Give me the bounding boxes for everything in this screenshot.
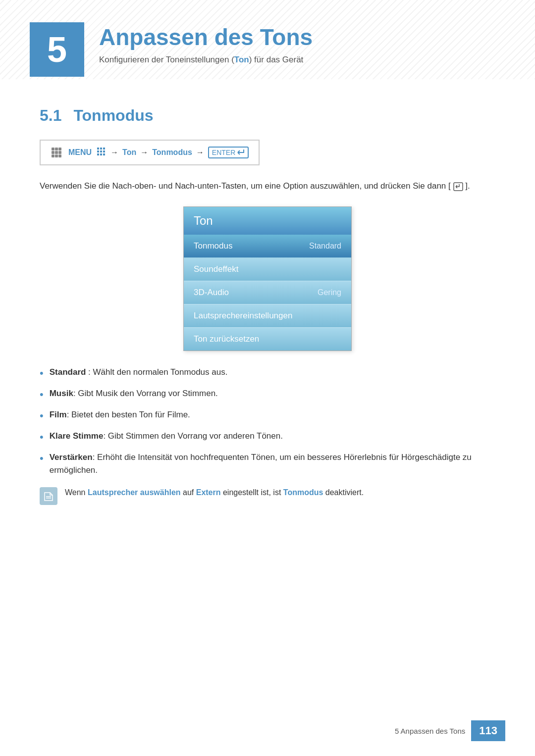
menu-panel-header: Ton: [184, 207, 351, 235]
path-ton: Ton: [122, 148, 136, 157]
svg-rect-2: [58, 148, 61, 151]
svg-rect-15: [97, 153, 99, 155]
menu-item-2: 3D-AudioGering: [184, 281, 351, 304]
svg-rect-17: [103, 153, 105, 155]
section-title: 5.1 Tonmodus: [40, 106, 495, 125]
menu-item-1: Soundeffekt: [184, 258, 351, 281]
svg-rect-5: [58, 151, 61, 154]
svg-rect-16: [100, 153, 102, 155]
svg-rect-14: [103, 151, 105, 152]
note-box: Wenn Lautsprecher auswählen auf Extern e…: [40, 486, 495, 505]
enter-bracket-icon: [451, 181, 465, 191]
path-tonmodus: Tonmodus: [152, 148, 192, 157]
menu-item-0: TonmodusStandard: [184, 235, 351, 258]
bullet-dot: •: [40, 429, 44, 445]
menu-path: MENU → Ton → Tonmodus → ENTER: [40, 140, 260, 165]
bullet-dot: •: [40, 450, 44, 466]
chapter-header: 5 Anpassen des Tons Konfigurieren der To…: [0, 0, 535, 87]
svg-rect-1: [55, 148, 58, 151]
bullet-item-0: •Standard : Wählt den normalen Tonmodus …: [40, 366, 495, 381]
section-5-1: 5.1 Tonmodus MENU: [0, 87, 535, 530]
svg-rect-11: [103, 148, 105, 150]
svg-rect-7: [55, 154, 58, 157]
menu-item-3: Lautsprechereinstellungen: [184, 304, 351, 328]
grid-icon: [97, 147, 106, 158]
chapter-subtitle: Konfigurieren der Toneinstellungen (Ton)…: [99, 55, 313, 65]
chapter-number: 5: [30, 22, 84, 77]
description: Verwenden Sie die Nach-oben- und Nach-un…: [40, 179, 495, 193]
svg-rect-0: [52, 148, 54, 151]
svg-rect-10: [100, 148, 102, 150]
menu-panel: Ton TonmodusStandardSoundeffekt3D-AudioG…: [183, 206, 352, 351]
bullet-item-2: •Film: Bietet den besten Ton für Filme.: [40, 408, 495, 424]
enter-icon: ENTER: [208, 147, 249, 158]
note-icon: [40, 487, 57, 505]
note-text: Wenn Lautsprecher auswählen auf Extern e…: [65, 486, 364, 499]
bullet-list: •Standard : Wählt den normalen Tonmodus …: [40, 366, 495, 476]
svg-rect-4: [55, 151, 58, 154]
bullet-dot: •: [40, 407, 44, 424]
svg-rect-3: [52, 151, 54, 154]
menu-item-4: Ton zurücksetzen: [184, 328, 351, 351]
menu-icon: [51, 147, 62, 158]
menu-screenshot: Ton TonmodusStandardSoundeffekt3D-AudioG…: [40, 206, 495, 351]
bullet-item-3: •Klare Stimme: Gibt Stimmen den Vorrang …: [40, 430, 495, 445]
svg-rect-13: [100, 151, 102, 152]
svg-rect-8: [58, 154, 61, 157]
svg-rect-6: [52, 154, 54, 157]
chapter-title-area: Anpassen des Tons Konfigurieren der Tone…: [99, 20, 313, 65]
menu-label: MENU: [68, 148, 92, 157]
chapter-title: Anpassen des Tons: [99, 25, 313, 50]
footer-text: 5 Anpassen des Tons: [395, 727, 465, 735]
svg-rect-12: [97, 151, 99, 152]
bullet-item-4: •Verstärken: Erhöht die Intensität von h…: [40, 451, 495, 476]
page-footer: 5 Anpassen des Tons 113: [395, 720, 505, 741]
bullet-item-1: •Musik: Gibt Musik den Vorrang vor Stimm…: [40, 387, 495, 403]
bullet-dot: •: [40, 365, 44, 381]
svg-rect-9: [97, 148, 99, 150]
page-number: 113: [471, 720, 505, 741]
bullet-dot: •: [40, 386, 44, 403]
